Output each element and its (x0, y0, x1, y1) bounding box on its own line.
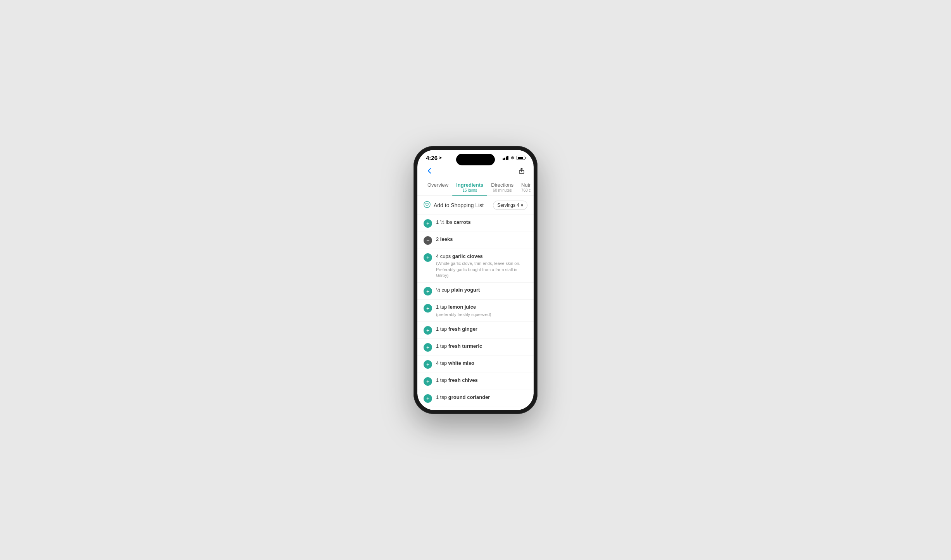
ingredient-text: 1 tsp fresh ginger (436, 326, 527, 333)
shopping-text: Add to Shopping List (434, 202, 484, 208)
ingredient-text-block: 4 cups garlic cloves(Whole garlic clove,… (436, 253, 527, 278)
ingredient-note: (Whole garlic clove, trim ends, leave sk… (436, 261, 527, 278)
servings-button[interactable]: Servings 4 ▾ (493, 201, 527, 210)
shopping-cart-icon (424, 201, 431, 210)
ingredient-text: 1 tsp fresh chives (436, 377, 527, 384)
ingredient-item: +1 ½ lbs carrots (417, 215, 534, 232)
ingredient-item: +½ cup plain yogurt (417, 283, 534, 300)
ingredient-item: +1 tsp ground coriander (417, 390, 534, 407)
dynamic-island (456, 154, 495, 165)
battery-icon (517, 156, 525, 160)
back-button[interactable] (424, 165, 435, 177)
ingredient-text: 1 tsp ground coriander (436, 394, 527, 401)
shopping-label-group: Add to Shopping List (424, 201, 484, 210)
ingredient-toggle-7[interactable]: + (424, 343, 432, 352)
phone-screen: 4:26 ➤ ⊛ (417, 150, 534, 410)
nav-bar (417, 163, 534, 180)
ingredient-toggle-10[interactable]: + (424, 394, 432, 403)
ingredient-text: ½ cup plain yogurt (436, 287, 527, 294)
ingredient-text-block: 2 leeks (436, 236, 527, 243)
ingredient-text: 4 tsp white miso (436, 360, 527, 367)
ingredient-toggle-4[interactable]: + (424, 287, 432, 295)
ingredient-text: 2 leeks (436, 236, 527, 243)
ingredient-text-block: 1 tsp ground coriander (436, 394, 527, 401)
ingredient-item: −2 leeks (417, 232, 534, 249)
shopping-header: Add to Shopping List Servings 4 ▾ (417, 196, 534, 215)
phone-frame: 4:26 ➤ ⊛ (413, 146, 538, 414)
location-icon: ➤ (439, 155, 442, 160)
tabs-container: Overview Ingredients 15 items Directions… (417, 180, 534, 196)
tab-ingredients[interactable]: Ingredients 15 items (452, 180, 487, 196)
ingredient-text-block: 1 tsp fresh chives (436, 377, 527, 384)
ingredient-toggle-2[interactable]: − (424, 236, 432, 245)
ingredient-note: (preferably freshly squeezed) (436, 312, 527, 318)
ingredient-toggle-9[interactable]: + (424, 377, 432, 386)
ingredient-toggle-1[interactable]: + (424, 219, 432, 228)
ingredient-text: 1 ½ lbs carrots (436, 219, 527, 226)
ingredient-text: 4 cups garlic cloves (436, 253, 527, 260)
ingredient-text-block: 4 tsp white miso (436, 360, 527, 367)
ingredient-item: +1 tsp fresh turmeric (417, 339, 534, 356)
ingredient-text-block: 1 tsp lemon juice(preferably freshly squ… (436, 304, 527, 318)
tab-nutrition[interactable]: Nutr 760 c (517, 180, 534, 196)
chevron-down-icon: ▾ (521, 203, 523, 208)
ingredient-item: +1 tsp lemon juice(preferably freshly sq… (417, 300, 534, 322)
ingredient-text-block: ½ cup plain yogurt (436, 287, 527, 294)
ingredient-text-block: 1 tsp fresh ginger (436, 326, 527, 333)
ingredient-toggle-8[interactable]: + (424, 360, 432, 369)
servings-label: Servings 4 (497, 203, 519, 208)
svg-point-2 (426, 206, 427, 206)
ingredient-toggle-3[interactable]: + (424, 253, 432, 262)
tab-overview[interactable]: Overview (424, 180, 452, 196)
ingredient-text-block: 1 tsp fresh turmeric (436, 343, 527, 350)
ingredient-text-block: 1 ½ lbs carrots (436, 219, 527, 226)
ingredient-toggle-5[interactable]: + (424, 304, 432, 313)
tab-directions[interactable]: Directions 60 minutes (487, 180, 517, 196)
ingredients-list: +1 ½ lbs carrots−2 leeks+4 cups garlic c… (417, 215, 534, 407)
ingredient-toggle-6[interactable]: + (424, 326, 432, 335)
signal-icon (503, 156, 508, 160)
share-button[interactable] (516, 165, 527, 177)
ingredient-item: +4 tsp white miso (417, 356, 534, 373)
status-icons: ⊛ (503, 155, 525, 160)
wifi-icon: ⊛ (511, 155, 514, 160)
ingredient-item: +1 tsp fresh ginger (417, 322, 534, 339)
ingredient-text: 1 tsp lemon juice (436, 304, 527, 311)
status-time: 4:26 (426, 155, 438, 161)
content-area: Add to Shopping List Servings 4 ▾ +1 ½ l… (417, 196, 534, 410)
ingredient-text: 1 tsp fresh turmeric (436, 343, 527, 350)
ingredient-item: +1 tsp fresh chives (417, 373, 534, 390)
ingredient-item: +4 cups garlic cloves(Whole garlic clove… (417, 249, 534, 283)
svg-point-1 (424, 201, 430, 208)
svg-point-3 (427, 206, 428, 206)
